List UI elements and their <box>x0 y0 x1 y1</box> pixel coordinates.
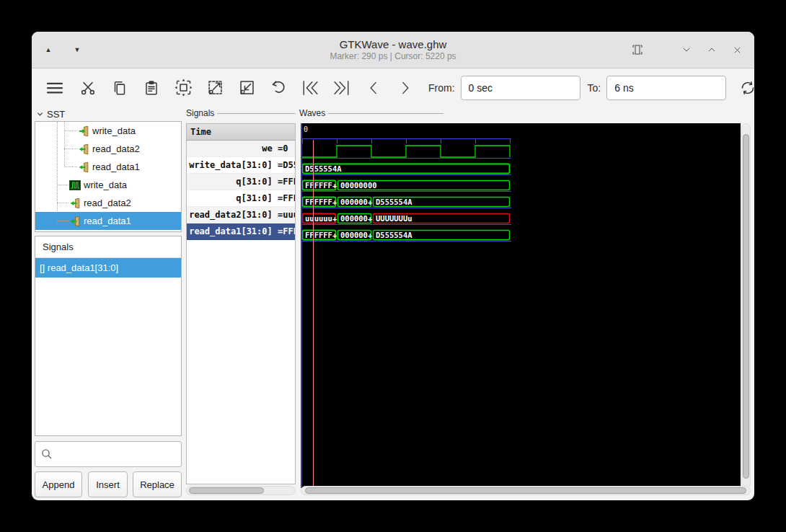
signal-name: we <box>189 143 278 154</box>
signal-value: =D555554A <box>278 160 295 170</box>
port-in-icon <box>78 161 89 173</box>
from-input[interactable] <box>461 76 580 100</box>
time-header[interactable]: Time <box>187 124 295 141</box>
tree-connector <box>64 148 77 149</box>
tree-connector <box>57 203 69 203</box>
waves-hscrollbar[interactable] <box>301 486 751 495</box>
marker-cursor-status: Marker: 290 ps | Cursor: 5220 ps <box>330 51 456 62</box>
tree-item-read_data2[interactable]: read_data2 <box>35 194 181 212</box>
signal-row[interactable]: write_data[31:0] =D555554A <box>187 157 295 174</box>
signal-value: =FFFFFFFF <box>278 226 295 236</box>
zoom-fit-icon[interactable] <box>167 73 199 103</box>
search-icon <box>40 448 53 461</box>
step-back-icon[interactable] <box>358 73 389 103</box>
copy-icon[interactable] <box>104 73 136 103</box>
zoom-in-icon[interactable] <box>199 73 231 103</box>
sst-signal-list: [] read_data1[31:0] <box>35 258 181 278</box>
waves-vscrollbar[interactable] <box>741 123 751 488</box>
reload-icon[interactable] <box>732 73 754 103</box>
signals-hscroll-thumb[interactable] <box>189 487 264 494</box>
sst-signals-box: Signals [] read_data1[31:0] <box>35 236 182 436</box>
svg-text:D555554A: D555554A <box>305 164 342 173</box>
shade-down-button[interactable]: ▼ <box>71 43 84 56</box>
to-label: To: <box>588 82 601 94</box>
signals-panel: Time we =0write_data[31:0] =D555554Aq[31… <box>186 123 296 484</box>
port-in-icon <box>69 198 81 209</box>
svg-text:uuuuuu+: uuuuuu+ <box>305 214 337 223</box>
cut-icon[interactable] <box>72 73 104 103</box>
svg-text:0: 0 <box>304 125 308 133</box>
signal-row[interactable]: read_data2[31:0] =uuuuuuuu <box>187 207 295 223</box>
tree-item-write_data[interactable]: write_data <box>35 176 181 194</box>
signals-hscrollbar[interactable] <box>186 486 296 495</box>
zoom-out-icon[interactable] <box>231 73 262 103</box>
signal-value: =uuuuuuuu <box>278 210 295 220</box>
svg-text:D555554A: D555554A <box>376 231 412 239</box>
signal-name: read_data1[31:0] <box>189 226 278 236</box>
signal-icon <box>69 179 81 191</box>
sst-signals-header: Signals <box>35 236 181 258</box>
chevron-down-icon[interactable] <box>679 43 694 57</box>
signal-search <box>35 441 182 467</box>
tree-item-write_data[interactable]: write_data <box>35 122 181 140</box>
signal-row[interactable]: q[31:0] =FFFFFFFF <box>187 190 295 207</box>
signal-name: write_data[31:0] <box>189 160 278 170</box>
close-icon[interactable] <box>730 43 744 57</box>
sst-tree: write_dataread_data2read_data1write_data… <box>35 121 182 232</box>
sst-label: SST <box>47 109 65 120</box>
waveform-canvas: 0D555554AFFFFFF+00000000FFFFFF+000000+D5… <box>302 123 741 488</box>
tree-item-label: read_data2 <box>92 143 140 154</box>
tree-connector <box>57 221 69 221</box>
svg-text:FFFFFF+: FFFFFF+ <box>305 181 337 190</box>
signal-row[interactable]: we =0 <box>187 141 295 157</box>
svg-text:D555554A: D555554A <box>376 198 412 206</box>
svg-text:UUUUUUUu: UUUUUUUu <box>376 214 412 223</box>
tree-connector <box>64 130 77 131</box>
to-input[interactable] <box>606 76 726 100</box>
port-out-icon <box>78 125 89 137</box>
main-area: SST write_dataread_data2read_data1write_… <box>32 107 754 500</box>
replace-button[interactable]: Replace <box>133 471 182 497</box>
append-button[interactable]: Append <box>35 471 82 497</box>
titlebar: ▲ ▼ GTKWave - wave.ghw Marker: 290 ps | … <box>32 32 754 68</box>
step-forward-icon[interactable] <box>389 73 421 103</box>
signal-name: read_data2[31:0] <box>189 210 278 220</box>
skip-to-end-icon[interactable] <box>326 73 358 103</box>
tree-item-read_data1[interactable]: read_data1 <box>35 158 181 176</box>
tree-item-read_data2[interactable]: read_data2 <box>35 140 181 158</box>
tree-item-read_data1[interactable]: read_data1 <box>35 212 181 230</box>
signal-value: =FFFFFFFF <box>278 177 295 187</box>
tree-item-label: read_data1 <box>92 161 140 172</box>
sst-header[interactable]: SST <box>36 109 65 120</box>
port-in-icon <box>69 216 81 227</box>
skip-to-start-icon[interactable] <box>294 73 326 103</box>
restore-icon[interactable] <box>630 43 645 57</box>
signal-name-rows: we =0write_data[31:0] =D555554Aq[31:0] =… <box>187 141 295 240</box>
search-input[interactable] <box>35 441 182 467</box>
gtkwave-window: ▲ ▼ GTKWave - wave.ghw Marker: 290 ps | … <box>32 32 754 500</box>
signal-value: =FFFFFFFF <box>278 193 295 203</box>
signal-row[interactable]: read_data1[31:0] =FFFFFFFF <box>187 223 295 240</box>
svg-text:00000000: 00000000 <box>340 181 377 190</box>
paste-icon[interactable] <box>136 73 167 103</box>
svg-text:000000+: 000000+ <box>340 214 372 223</box>
sst-signal-item[interactable]: [] read_data1[31:0] <box>35 258 181 278</box>
tree-connector <box>64 167 77 167</box>
menu-icon[interactable] <box>37 73 72 103</box>
svg-text:000000+: 000000+ <box>340 198 372 206</box>
tree-item-label: write_data <box>92 125 136 136</box>
waves-hscroll-thumb[interactable] <box>305 487 746 494</box>
signal-row[interactable]: q[31:0] =FFFFFFFF <box>187 174 295 190</box>
insert-button[interactable]: Insert <box>88 471 128 497</box>
tree-connector <box>57 185 69 185</box>
waves-frame-label: Waves <box>299 108 443 118</box>
chevron-up-icon[interactable] <box>705 43 719 57</box>
signal-name: q[31:0] <box>189 177 278 187</box>
from-label: From: <box>428 82 455 94</box>
port-in-icon <box>78 143 89 155</box>
waves-vscroll-thumb[interactable] <box>743 134 749 479</box>
wave-display[interactable]: 0D555554AFFFFFF+00000000FFFFFF+000000+D5… <box>301 123 741 488</box>
shade-up-button[interactable]: ▲ <box>42 43 55 56</box>
undo-icon[interactable] <box>262 73 294 103</box>
svg-text:FFFFFF+: FFFFFF+ <box>305 231 337 239</box>
